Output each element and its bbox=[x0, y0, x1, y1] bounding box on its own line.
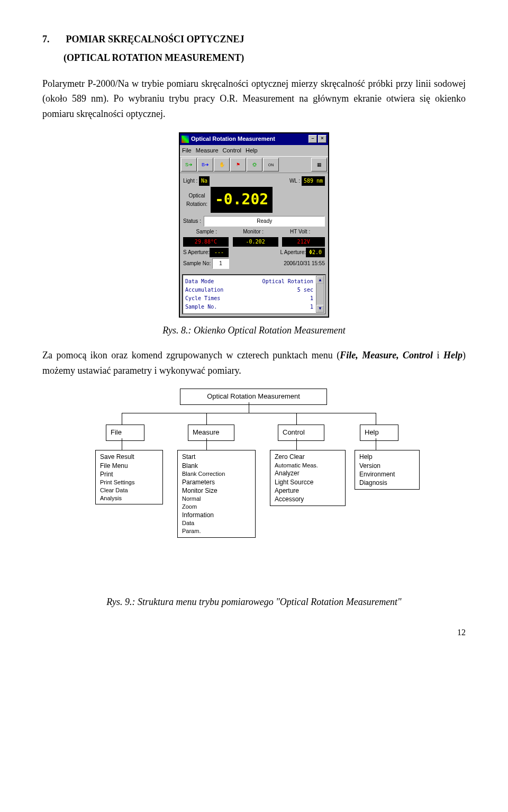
section-heading: 7. POMIAR SKRĘCALNOŚCI OPTYCZNEJ bbox=[42, 32, 466, 47]
wl-value: 589 nm bbox=[302, 176, 325, 186]
or-label-1: Optical bbox=[183, 192, 211, 200]
flag-icon[interactable]: ⚑ bbox=[230, 158, 246, 172]
tree-measure: Measure bbox=[188, 425, 234, 441]
status-value: Ready bbox=[204, 216, 325, 227]
wl-label: WL : bbox=[289, 177, 300, 185]
l-aperture-value: Φ2.0 bbox=[306, 248, 325, 257]
target-icon[interactable]: ⯐ bbox=[247, 158, 262, 172]
tree-measure-items: Start Blank Blank Correction Parameters … bbox=[177, 450, 256, 537]
section-title-text: POMIAR SKRĘCALNOŚCI OPTYCZNEJ bbox=[66, 34, 244, 44]
status-label: Status : bbox=[183, 217, 201, 225]
sample-temp-value: 29.88°C bbox=[183, 237, 229, 247]
sample-no-value[interactable]: 1 bbox=[212, 258, 229, 269]
b-icon[interactable]: B➔ bbox=[197, 158, 213, 172]
app-icon bbox=[182, 136, 189, 143]
hand-icon[interactable]: ✋ bbox=[214, 158, 230, 172]
toggle-on-icon[interactable]: ON bbox=[263, 158, 279, 172]
window-titlebar: Optical Rotation Measurement – × bbox=[180, 133, 328, 145]
tree-control: Control bbox=[278, 425, 324, 441]
menu-help[interactable]: Help bbox=[246, 146, 258, 156]
s-aperture-label: S Aperture: bbox=[183, 248, 210, 257]
figure-8: Optical Rotation Measurement – × File Me… bbox=[42, 132, 466, 318]
tree-help-items: Help Version Environment Diagnosis bbox=[355, 450, 420, 490]
toolbar: S➔ B➔ ✋ ⚑ ⯐ ON ▦ bbox=[180, 156, 328, 173]
parameters-listbox[interactable]: Data ModeOptical Rotation Accumulation5 … bbox=[182, 274, 326, 314]
grid-icon[interactable]: ▦ bbox=[311, 158, 327, 172]
optical-rotation-value: -0.202 bbox=[211, 187, 273, 213]
datetime-value: 2006/10/31 15:55 bbox=[284, 259, 325, 268]
menu-bar: File Measure Control Help bbox=[180, 145, 328, 157]
page-number: 12 bbox=[42, 626, 466, 639]
menu-file[interactable]: File bbox=[182, 146, 192, 156]
close-icon[interactable]: × bbox=[318, 135, 326, 143]
scroll-up-icon[interactable]: ▲ bbox=[316, 276, 324, 284]
sample-label: Sample : bbox=[183, 228, 230, 236]
scrollbar[interactable]: ▲ ▼ bbox=[316, 276, 324, 313]
scroll-down-icon[interactable]: ▼ bbox=[316, 305, 324, 312]
figure-8-caption: Rys. 8.: Okienko Optical Rotation Measur… bbox=[42, 323, 466, 338]
menu-control[interactable]: Control bbox=[223, 146, 241, 156]
tree-file-items: Save Result File Menu Print Print Settin… bbox=[95, 450, 163, 504]
light-value: Na bbox=[199, 176, 210, 186]
window-title: Optical Rotation Measurement bbox=[191, 134, 275, 144]
l-aperture-label: L Aperture: bbox=[280, 248, 306, 257]
section-subtitle: (OPTICAL ROTATION MEASUREMENT) bbox=[64, 50, 466, 66]
s-aperture-value: --- bbox=[210, 248, 229, 257]
sample-no-label: Sample No: bbox=[183, 259, 211, 268]
tree-root: Optical Rotation Measurement bbox=[180, 389, 327, 405]
tree-help: Help bbox=[360, 425, 398, 441]
s-arrow-icon[interactable]: S➔ bbox=[181, 158, 197, 172]
paragraph-2: Za pomocą ikon oraz komend zgrupowanych … bbox=[42, 348, 466, 378]
monitor-label: Monitor : bbox=[230, 228, 276, 236]
figure-9-caption: Rys. 9.: Struktura menu trybu pomiaroweg… bbox=[42, 594, 466, 610]
ht-volt-value: 212V bbox=[282, 237, 325, 247]
or-label-2: Rotation: bbox=[183, 200, 211, 209]
light-label: Light : bbox=[183, 177, 197, 185]
ht-label: HT Volt : bbox=[277, 228, 323, 236]
menu-measure[interactable]: Measure bbox=[196, 146, 219, 156]
tree-control-items: Zero Clear Automatic Meas. Analyzer Ligh… bbox=[270, 450, 346, 506]
optical-rotation-window: Optical Rotation Measurement – × File Me… bbox=[179, 132, 329, 318]
figure-9: Optical Rotation Measurement File Measur… bbox=[42, 389, 466, 589]
tree-file: File bbox=[106, 425, 144, 441]
minimize-icon[interactable]: – bbox=[309, 135, 317, 143]
section-number: 7. bbox=[42, 32, 64, 47]
monitor-value: -0.202 bbox=[233, 237, 278, 247]
paragraph-1: Polarymetr P-2000/Na w trybie pomiaru sk… bbox=[42, 76, 466, 122]
